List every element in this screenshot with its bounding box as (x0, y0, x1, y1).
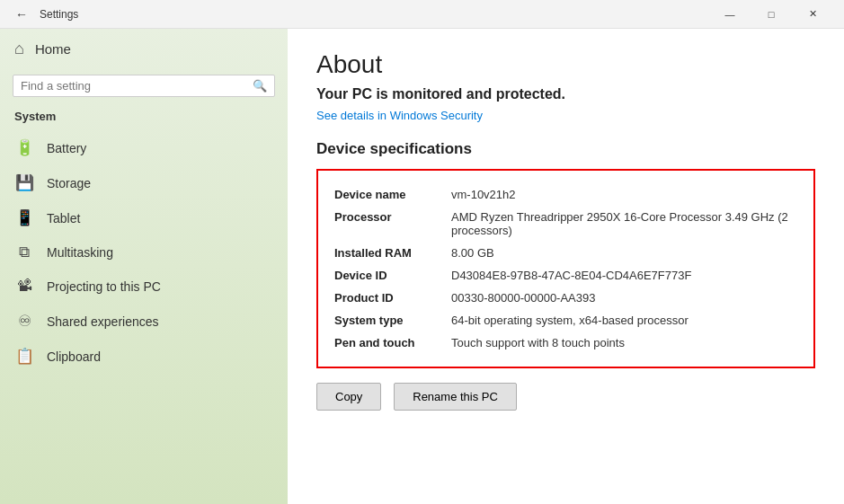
title-bar: ← Settings — □ ✕ (0, 0, 844, 29)
spec-value-device-id: D43084E8-97B8-47AC-8E04-CD4A6E7F773F (451, 269, 797, 282)
spec-value-pen-touch: Touch support with 8 touch points (451, 336, 797, 349)
sidebar-item-tablet-label: Tablet (47, 211, 80, 225)
sidebar-item-shared-experiences[interactable]: ♾ Shared experiences (0, 304, 288, 339)
sidebar-item-projecting-label: Projecting to this PC (47, 279, 161, 294)
sidebar-item-storage-label: Storage (47, 176, 91, 190)
shared-icon: ♾ (14, 312, 34, 331)
page-title: About (316, 50, 815, 79)
spec-row-processor: Processor AMD Ryzen Threadripper 2950X 1… (334, 206, 797, 242)
specs-box: Device name vm-10v21h2 Processor AMD Ryz… (316, 169, 815, 368)
spec-row-ram: Installed RAM 8.00 GB (334, 242, 797, 264)
spec-label-device-name: Device name (334, 188, 451, 201)
spec-value-processor: AMD Ryzen Threadripper 2950X 16-Core Pro… (451, 210, 797, 237)
copy-button[interactable]: Copy (316, 383, 381, 411)
spec-value-product-id: 00330-80000-00000-AA393 (451, 291, 797, 305)
storage-icon: 💾 (14, 173, 34, 192)
battery-icon: 🔋 (14, 138, 34, 157)
sidebar-item-clipboard-label: Clipboard (47, 349, 101, 364)
spec-label-device-id: Device ID (334, 269, 451, 282)
sidebar-home-item[interactable]: ⌂ Home (0, 29, 288, 69)
sidebar-item-tablet[interactable]: 📱 Tablet (0, 200, 288, 235)
sidebar-section-title: System (0, 106, 288, 130)
home-icon: ⌂ (14, 40, 24, 58)
spec-label-processor: Processor (334, 210, 451, 237)
spec-label-pen-touch: Pen and touch (334, 336, 451, 349)
maximize-button[interactable]: □ (751, 0, 792, 29)
spec-value-ram: 8.00 GB (451, 246, 797, 260)
sidebar-item-storage[interactable]: 💾 Storage (0, 165, 288, 200)
minimize-button[interactable]: — (709, 0, 751, 29)
windows-security-link[interactable]: See details in Windows Security (316, 109, 483, 122)
spec-row-system-type: System type 64-bit operating system, x64… (334, 309, 797, 332)
spec-row-device-name: Device name vm-10v21h2 (334, 183, 797, 206)
sidebar-item-battery[interactable]: 🔋 Battery (0, 130, 288, 165)
sidebar: ⌂ Home 🔍 System 🔋 Battery 💾 Storage 📱 Ta… (0, 29, 288, 504)
search-icon: 🔍 (253, 79, 267, 93)
content-area: About Your PC is monitored and protected… (288, 29, 844, 504)
sidebar-home-label: Home (35, 41, 71, 57)
tablet-icon: 📱 (14, 208, 34, 227)
title-bar-title: Settings (40, 8, 78, 21)
protected-text: Your PC is monitored and protected. (316, 86, 815, 102)
sidebar-item-shared-label: Shared experiences (47, 314, 159, 329)
search-box[interactable]: 🔍 (13, 75, 275, 97)
device-specs-title: Device specifications (316, 140, 815, 158)
action-buttons: Copy Rename this PC (316, 383, 815, 418)
rename-button[interactable]: Rename this PC (394, 383, 517, 411)
sidebar-item-projecting[interactable]: 📽 Projecting to this PC (0, 270, 288, 304)
spec-value-system-type: 64-bit operating system, x64-based proce… (451, 314, 797, 327)
spec-row-product-id: Product ID 00330-80000-00000-AA393 (334, 287, 797, 309)
sidebar-item-battery-label: Battery (47, 141, 86, 155)
spec-label-ram: Installed RAM (334, 246, 451, 260)
sidebar-item-multitasking[interactable]: ⧉ Multitasking (0, 235, 288, 270)
spec-row-device-id: Device ID D43084E8-97B8-47AC-8E04-CD4A6E… (334, 264, 797, 287)
multitasking-icon: ⧉ (14, 243, 34, 261)
close-button[interactable]: ✕ (792, 0, 833, 29)
spec-label-system-type: System type (334, 314, 451, 327)
spec-row-pen-touch: Pen and touch Touch support with 8 touch… (334, 332, 797, 354)
projecting-icon: 📽 (14, 278, 34, 296)
sidebar-item-multitasking-label: Multitasking (47, 245, 113, 260)
sidebar-item-clipboard[interactable]: 📋 Clipboard (0, 339, 288, 374)
back-button[interactable]: ← (11, 4, 32, 25)
spec-value-device-name: vm-10v21h2 (451, 188, 797, 201)
app-body: ⌂ Home 🔍 System 🔋 Battery 💾 Storage 📱 Ta… (0, 29, 844, 504)
search-input[interactable] (21, 79, 253, 93)
clipboard-icon: 📋 (14, 347, 34, 366)
spec-label-product-id: Product ID (334, 291, 451, 305)
window-controls: — □ ✕ (709, 0, 833, 29)
